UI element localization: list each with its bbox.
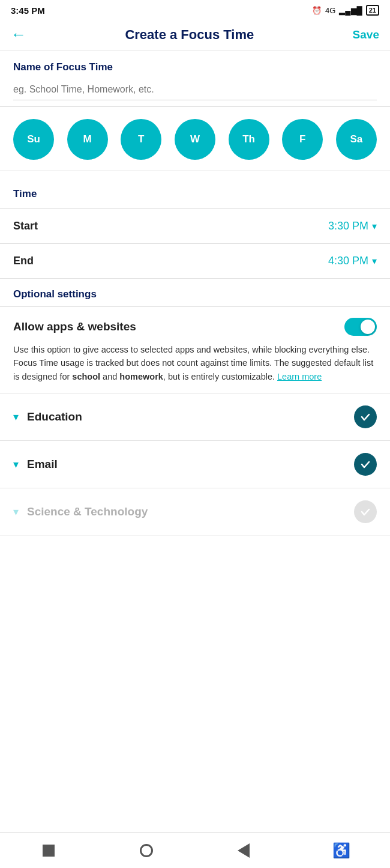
learn-more-link[interactable]: Learn more xyxy=(277,372,322,381)
optional-settings-label: Optional settings xyxy=(13,288,377,300)
allow-apps-row: Allow apps & websites xyxy=(13,318,377,336)
end-time-row: End 4:30 PM ▾ xyxy=(0,244,390,279)
name-focus-input[interactable] xyxy=(13,80,377,100)
status-bar: 3:45 PM ⏰ 4G ▂▄▆█ 21 xyxy=(0,0,390,19)
page-title: Create a Focus Time xyxy=(125,27,254,43)
allow-apps-toggle[interactable] xyxy=(344,318,377,336)
stop-icon xyxy=(43,845,55,857)
network-label: 4G xyxy=(325,6,335,15)
science-expand-icon[interactable]: ▾ xyxy=(13,505,19,518)
science-label: Science & Technology xyxy=(27,505,354,518)
save-button[interactable]: Save xyxy=(353,28,379,41)
name-focus-label: Name of Focus Time xyxy=(13,61,377,73)
start-time-row: Start 3:30 PM ▾ xyxy=(0,209,390,244)
optional-settings-section: Optional settings xyxy=(0,279,390,307)
day-wednesday[interactable]: W xyxy=(175,119,215,160)
category-row-education: ▾ Education xyxy=(0,393,390,441)
allow-apps-description: Use this option to give access to select… xyxy=(13,343,377,383)
education-check-button[interactable] xyxy=(354,405,377,428)
home-icon xyxy=(140,844,153,857)
category-row-science: ▾ Science & Technology xyxy=(0,488,390,536)
days-section: Su M T W Th F Sa xyxy=(0,107,390,171)
battery-indicator: 21 xyxy=(366,5,379,16)
start-label: Start xyxy=(13,220,38,232)
bold-school: school xyxy=(72,372,100,381)
accessibility-icon: ♿ xyxy=(332,842,350,859)
nav-stop-button[interactable] xyxy=(34,836,64,866)
day-friday[interactable]: F xyxy=(282,119,323,160)
start-time-picker[interactable]: 3:30 PM ▾ xyxy=(328,220,377,232)
bottom-nav: ♿ xyxy=(0,832,390,868)
status-icons: ⏰ 4G ▂▄▆█ 21 xyxy=(312,5,379,16)
name-focus-section: Name of Focus Time xyxy=(0,50,390,107)
nav-accessibility-button[interactable]: ♿ xyxy=(326,836,356,866)
header: ← Create a Focus Time Save xyxy=(0,19,390,50)
email-check-button[interactable] xyxy=(354,453,377,476)
days-row: Su M T W Th F Sa xyxy=(13,119,377,160)
day-thursday[interactable]: Th xyxy=(229,119,269,160)
bold-homework: homework xyxy=(119,372,163,381)
education-label: Education xyxy=(27,410,354,423)
back-nav-icon xyxy=(238,843,250,858)
start-chevron-icon: ▾ xyxy=(372,220,377,232)
day-sunday[interactable]: Su xyxy=(13,119,54,160)
start-time-value: 3:30 PM xyxy=(328,220,368,232)
end-time-picker[interactable]: 4:30 PM ▾ xyxy=(328,255,377,267)
time-section-header: Time xyxy=(0,171,390,209)
nav-home-button[interactable] xyxy=(131,836,161,866)
email-label: Email xyxy=(27,458,354,471)
email-expand-icon[interactable]: ▾ xyxy=(13,458,19,471)
category-row-email: ▾ Email xyxy=(0,441,390,488)
end-chevron-icon: ▾ xyxy=(372,255,377,267)
day-monday[interactable]: M xyxy=(67,119,108,160)
status-time: 3:45 PM xyxy=(11,5,45,16)
day-saturday[interactable]: Sa xyxy=(336,119,377,160)
end-label: End xyxy=(13,255,34,267)
alarm-icon: ⏰ xyxy=(312,6,322,15)
nav-back-button[interactable] xyxy=(229,836,259,866)
back-button[interactable]: ← xyxy=(11,25,26,44)
end-time-value: 4:30 PM xyxy=(328,255,368,267)
science-check-button[interactable] xyxy=(354,500,377,523)
education-expand-icon[interactable]: ▾ xyxy=(13,410,19,423)
allow-apps-label: Allow apps & websites xyxy=(13,320,136,333)
signal-icon: ▂▄▆█ xyxy=(339,6,362,15)
toggle-thumb xyxy=(361,320,375,334)
time-section-label: Time xyxy=(13,180,377,208)
allow-apps-section: Allow apps & websites Use this option to… xyxy=(0,307,390,393)
day-tuesday[interactable]: T xyxy=(121,119,161,160)
